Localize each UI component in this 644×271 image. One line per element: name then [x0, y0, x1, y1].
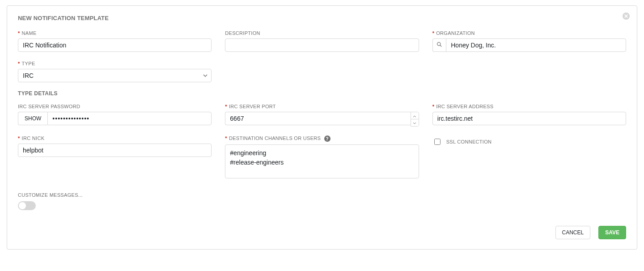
- notification-template-panel: NEW NOTIFICATION TEMPLATE *NAME DESCRIPT…: [7, 5, 637, 250]
- type-select[interactable]: [18, 69, 212, 82]
- field-irc-nick: *IRC NICK: [18, 135, 212, 157]
- close-icon: [623, 13, 631, 20]
- panel-title: NEW NOTIFICATION TEMPLATE: [18, 15, 626, 21]
- type-details-heading: TYPE DETAILS: [18, 90, 626, 97]
- row-irc-1: IRC SERVER PASSWORD SHOW *IRC SERVER POR…: [18, 103, 626, 127]
- irc-nick-input[interactable]: [18, 144, 212, 157]
- ssl-checkbox[interactable]: [434, 139, 441, 145]
- label-irc-port: *IRC SERVER PORT: [225, 104, 276, 109]
- label-irc-nick: *IRC NICK: [18, 136, 44, 141]
- field-dest-channels: *DESTINATION CHANNELS OR USERS ?: [225, 135, 419, 180]
- close-button[interactable]: [623, 12, 631, 20]
- irc-port-input[interactable]: [225, 112, 410, 125]
- label-description: DESCRIPTION: [225, 30, 260, 36]
- label-ssl: SSL CONNECTION: [446, 139, 492, 144]
- label-customize: CUSTOMIZE MESSAGES...: [18, 192, 626, 198]
- field-ssl: SSL CONNECTION: [432, 135, 626, 146]
- customize-toggle[interactable]: [18, 201, 36, 210]
- field-irc-password: IRC SERVER PASSWORD SHOW: [18, 103, 212, 125]
- search-icon: [436, 42, 442, 49]
- irc-password-input[interactable]: [47, 112, 212, 125]
- cancel-button[interactable]: CANCEL: [555, 226, 591, 239]
- row-irc-2: *IRC NICK *DESTINATION CHANNELS OR USERS…: [18, 135, 626, 180]
- port-step-down[interactable]: [411, 119, 419, 126]
- toggle-knob: [19, 202, 26, 209]
- chevron-up-icon: [413, 112, 416, 119]
- label-irc-address: *IRC SERVER ADDRESS: [432, 104, 494, 109]
- save-button[interactable]: SAVE: [598, 226, 626, 239]
- customize-block: CUSTOMIZE MESSAGES...: [18, 192, 626, 212]
- irc-address-input[interactable]: [432, 112, 626, 125]
- label-type: *TYPE: [18, 61, 35, 66]
- port-step-up[interactable]: [411, 112, 419, 119]
- row-type: *TYPE: [18, 60, 626, 82]
- port-spinner: [411, 112, 419, 127]
- name-input[interactable]: [18, 38, 212, 52]
- organization-search-button[interactable]: [432, 38, 446, 52]
- field-irc-port: *IRC SERVER PORT: [225, 103, 419, 127]
- field-type: *TYPE: [18, 60, 212, 82]
- field-description: DESCRIPTION: [225, 30, 419, 52]
- chevron-down-icon: [413, 119, 416, 126]
- field-irc-address: *IRC SERVER ADDRESS: [432, 103, 626, 125]
- actions: CANCEL SAVE: [18, 226, 626, 239]
- help-icon[interactable]: ?: [324, 136, 330, 142]
- label-organization: *ORGANIZATION: [432, 30, 475, 36]
- svg-point-1: [437, 42, 441, 46]
- field-name: *NAME: [18, 30, 212, 52]
- row-basic: *NAME DESCRIPTION *ORGANIZATION: [18, 30, 626, 52]
- organization-input[interactable]: [446, 38, 626, 52]
- description-input[interactable]: [225, 38, 419, 52]
- label-dest-channels: *DESTINATION CHANNELS OR USERS ?: [225, 136, 330, 142]
- field-organization: *ORGANIZATION: [432, 30, 626, 52]
- label-name: *NAME: [18, 30, 37, 36]
- show-password-button[interactable]: SHOW: [18, 112, 47, 125]
- label-irc-password: IRC SERVER PASSWORD: [18, 104, 80, 109]
- dest-channels-textarea[interactable]: [225, 144, 419, 178]
